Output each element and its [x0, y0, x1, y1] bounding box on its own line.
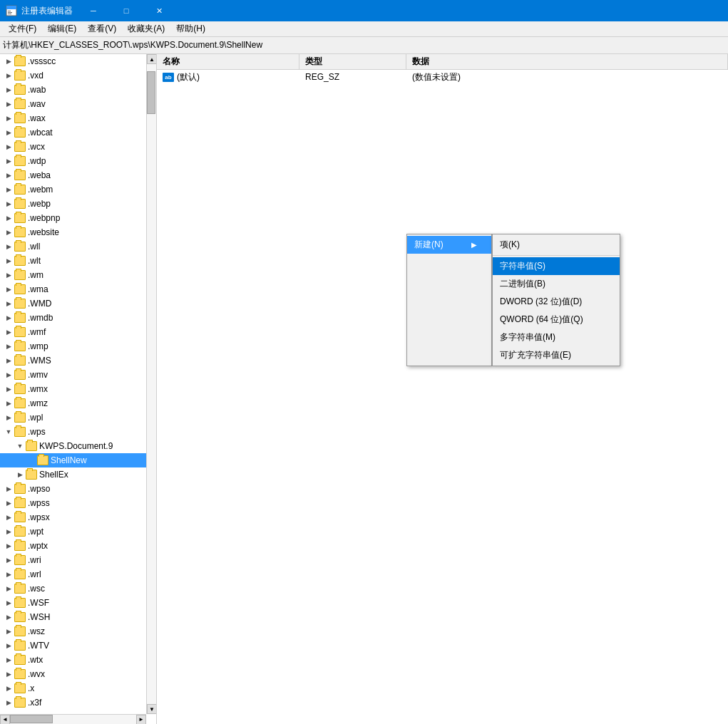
tree-item-kwps[interactable]: ▼ KWPS.Document.9 — [0, 439, 156, 453]
tree-label: .wdp — [28, 156, 46, 166]
tree-item-WMD[interactable]: ▶ .WMD — [0, 296, 156, 311]
folder-icon — [14, 327, 26, 337]
tree-item-x3f[interactable]: ▶ .x3f — [0, 695, 156, 710]
scroll-down-button[interactable]: ▼ — [147, 704, 157, 714]
tree-scrollbar[interactable]: ▲ ▼ — [146, 54, 156, 714]
expand-icon — [26, 455, 37, 466]
ctx-item-multistring[interactable]: 多字符串值(M) — [493, 329, 620, 346]
ctx-item-dword[interactable]: DWORD (32 位)值(D) — [493, 293, 620, 311]
tree-item-wptx[interactable]: ▶ .wptx — [0, 539, 156, 553]
scroll-thumb[interactable] — [147, 71, 155, 114]
tree-item-wmz[interactable]: ▶ .wmz — [0, 396, 156, 410]
tree-item-wpss[interactable]: ▶ .wpss — [0, 496, 156, 510]
tree-item-weba[interactable]: ▶ .weba — [0, 168, 156, 182]
ctx-item-string[interactable]: 字符串值(S) — [493, 257, 620, 275]
menu-favorites[interactable]: 收藏夹(A) — [122, 21, 170, 36]
tree-item-wrl[interactable]: ▶ .wrl — [0, 567, 156, 581]
tree-item-wdp[interactable]: ▶ .wdp — [0, 154, 156, 168]
close-button[interactable]: ✕ — [143, 0, 175, 21]
tree-label: .wrl — [28, 569, 41, 579]
tree-item-wll[interactable]: ▶ .wll — [0, 239, 156, 254]
tree-item-wab[interactable]: ▶ .wab — [0, 83, 156, 97]
expand-icon: ▶ — [3, 127, 14, 138]
tree-h-scrollbar[interactable]: ◄ ► — [0, 714, 146, 724]
tree-item-wax[interactable]: ▶ .wax — [0, 111, 156, 125]
tree-item-shellnew[interactable]: ShellNew — [0, 453, 156, 467]
tree-item-x[interactable]: ▶ .x — [0, 681, 156, 695]
address-bar: 计算机\HKEY_CLASSES_ROOT\.wps\KWPS.Document… — [0, 37, 728, 54]
maximize-button[interactable]: □ — [110, 0, 143, 21]
expand-icon: ▶ — [3, 483, 14, 495]
folder-icon — [14, 341, 26, 351]
tree-item-wcx[interactable]: ▶ .wcx — [0, 140, 156, 154]
minimize-button[interactable]: ─ — [77, 0, 110, 21]
tree-item-wmf[interactable]: ▶ .wmf — [0, 325, 156, 339]
tree-item-wsz[interactable]: ▶ .wsz — [0, 624, 156, 638]
tree-item-webpnp[interactable]: ▶ .webpnp — [0, 211, 156, 225]
folder-icon — [14, 598, 26, 608]
tree-item-WSF[interactable]: ▶ .WSF — [0, 596, 156, 610]
tree-item-wsc[interactable]: ▶ .wsc — [0, 581, 156, 596]
menu-file[interactable]: 文件(F) — [3, 21, 42, 36]
tree-item-wri[interactable]: ▶ .wri — [0, 553, 156, 567]
scroll-up-button[interactable]: ▲ — [147, 54, 157, 64]
tree-item-wav[interactable]: ▶ .wav — [0, 97, 156, 111]
tree-label: .wptx — [28, 541, 48, 551]
folder-icon — [14, 398, 26, 408]
expand-icon: ▶ — [3, 597, 14, 609]
h-scroll-thumb[interactable] — [10, 715, 53, 723]
expand-icon: ▶ — [3, 255, 14, 267]
tree-item-wps[interactable]: ▼ .wps — [0, 425, 156, 439]
tree-label: .wma — [28, 284, 48, 294]
ctx-item-qword[interactable]: QWORD (64 位)值(Q) — [493, 311, 620, 329]
tree-item-webp[interactable]: ▶ .webp — [0, 197, 156, 211]
expand-icon: ▶ — [3, 569, 14, 580]
tree-content[interactable]: ▶ .vssscc ▶ .vxd ▶ .wab ▶ .wav ▶ — [0, 54, 156, 724]
h-scroll-left-button[interactable]: ◄ — [0, 715, 10, 725]
tree-item-vssscc[interactable]: ▶ .vssscc — [0, 54, 156, 68]
tree-label: .wps — [28, 427, 46, 437]
tree-item-wlt[interactable]: ▶ .wlt — [0, 254, 156, 268]
ctx-item-key[interactable]: 项(K) — [493, 236, 620, 254]
table-row[interactable]: ab (默认) REG_SZ (数值未设置) — [157, 70, 728, 84]
tree-item-wtx[interactable]: ▶ .wtx — [0, 653, 156, 667]
folder-icon — [14, 498, 26, 508]
tree-item-wbcat[interactable]: ▶ .wbcat — [0, 125, 156, 140]
tree-item-wpl[interactable]: ▶ .wpl — [0, 410, 156, 425]
tree-item-wm[interactable]: ▶ .wm — [0, 268, 156, 282]
tree-item-wpsx[interactable]: ▶ .wpsx — [0, 510, 156, 524]
tree-item-website[interactable]: ▶ .website — [0, 225, 156, 239]
tree-item-wmdb[interactable]: ▶ .wmdb — [0, 311, 156, 325]
cell-type: REG_SZ — [299, 71, 406, 83]
tree-item-wmx[interactable]: ▶ .wmx — [0, 382, 156, 396]
tree-item-WTV[interactable]: ▶ .WTV — [0, 638, 156, 653]
col-header-type[interactable]: 类型 — [299, 54, 406, 69]
ctx-item-binary[interactable]: 二进制值(B) — [493, 275, 620, 293]
col-header-name[interactable]: 名称 — [157, 54, 299, 69]
folder-icon — [14, 185, 26, 195]
tree-item-wpt[interactable]: ▶ .wpt — [0, 524, 156, 539]
folder-icon — [14, 242, 26, 252]
tree-item-wma[interactable]: ▶ .wma — [0, 282, 156, 296]
ctx-item-expandstring[interactable]: 可扩充字符串值(E) — [493, 346, 620, 364]
tree-label: .wpl — [28, 413, 43, 423]
table-header: 名称 类型 数据 — [157, 54, 728, 70]
tree-item-wvx[interactable]: ▶ .wvx — [0, 667, 156, 681]
folder-icon — [14, 142, 26, 152]
h-scroll-right-button[interactable]: ► — [136, 715, 146, 725]
col-header-data[interactable]: 数据 — [406, 54, 728, 69]
menu-view[interactable]: 查看(V) — [82, 21, 122, 36]
tree-item-wpso[interactable]: ▶ .wpso — [0, 482, 156, 496]
tree-item-shellex[interactable]: ▶ ShellEx — [0, 467, 156, 482]
tree-item-WSH[interactable]: ▶ .WSH — [0, 610, 156, 624]
menu-help[interactable]: 帮助(H) — [170, 21, 211, 36]
main-container: ▶ .vssscc ▶ .vxd ▶ .wab ▶ .wav ▶ — [0, 54, 728, 724]
new-menu-item[interactable]: 新建(N) ▶ — [407, 236, 491, 254]
tree-item-webm[interactable]: ▶ .webm — [0, 182, 156, 197]
svg-rect-3 — [8, 12, 12, 13]
tree-item-vxd[interactable]: ▶ .vxd — [0, 68, 156, 83]
tree-item-WMS[interactable]: ▶ .WMS — [0, 353, 156, 368]
tree-item-wmp[interactable]: ▶ .wmp — [0, 339, 156, 353]
tree-item-wmv[interactable]: ▶ .wmv — [0, 368, 156, 382]
menu-edit[interactable]: 编辑(E) — [42, 21, 82, 36]
